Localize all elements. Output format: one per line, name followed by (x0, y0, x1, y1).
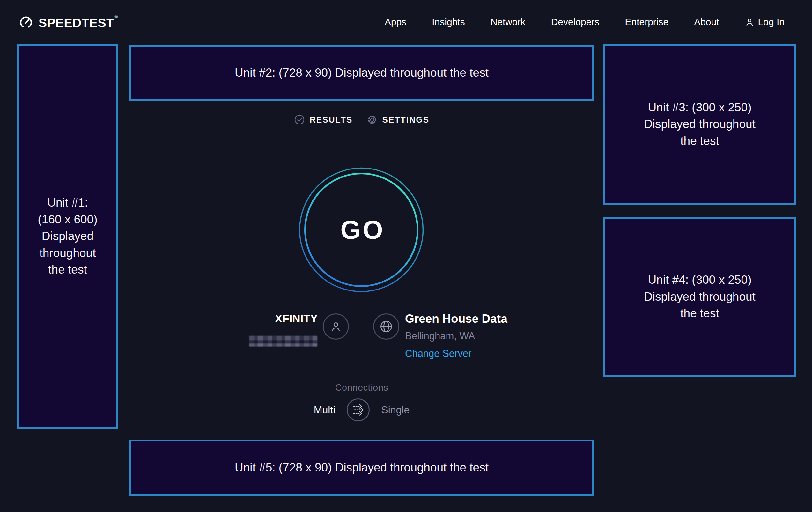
gear-icon (367, 114, 378, 125)
ad-unit-4-rectangle[interactable]: Unit #4: (300 x 250) Displayed throughou… (603, 217, 796, 377)
tab-settings-label: SETTINGS (382, 115, 430, 125)
multi-connection-arrows-icon[interactable] (346, 398, 370, 422)
login-button[interactable]: Log In (745, 17, 785, 27)
results-settings-tabs: RESULTS SETTINGS (129, 114, 594, 125)
nav-item-enterprise[interactable]: Enterprise (625, 17, 668, 27)
speedometer-gauge-icon (19, 15, 33, 30)
server-globe-icon (373, 314, 399, 340)
ad-unit-2-leaderboard[interactable]: Unit #2: (728 x 90) Displayed throughout… (129, 45, 594, 101)
top-nav-bar: SPEEDTEST® Apps Insights Network Develop… (0, 0, 812, 44)
speedtest-page: SPEEDTEST® Apps Insights Network Develop… (0, 0, 812, 512)
connections-single-option[interactable]: Single (381, 404, 409, 416)
user-icon (745, 17, 755, 27)
nav-item-developers[interactable]: Developers (551, 17, 600, 27)
nav-item-network[interactable]: Network (491, 17, 526, 27)
ad-unit-3-rectangle[interactable]: Unit #3: (300 x 250) Displayed throughou… (603, 44, 796, 205)
server-name: Green House Data (405, 313, 508, 325)
redacted-ip-pixelation (249, 336, 317, 347)
server-info: Green House Data Bellingham, WA Change S… (405, 313, 508, 358)
check-circle-icon (294, 114, 305, 125)
registered-trademark: ® (115, 15, 118, 19)
nav-item-about[interactable]: About (694, 17, 719, 27)
server-location: Bellingham, WA (405, 331, 508, 341)
isp-name: XFINITY (223, 312, 318, 325)
connections-toggle: Multi Single (129, 398, 594, 422)
isp-user-icon (323, 314, 349, 340)
ad-unit-5-leaderboard[interactable]: Unit #5: (728 x 90) Displayed throughout… (129, 439, 594, 496)
login-label: Log In (758, 17, 785, 27)
speedtest-logo[interactable]: SPEEDTEST® (19, 15, 118, 30)
connections-multi-option[interactable]: Multi (314, 404, 336, 416)
ad-unit-1-skyscraper[interactable]: Unit #1: (160 x 600) Displayed throughou… (17, 44, 118, 429)
tab-settings[interactable]: SETTINGS (367, 114, 430, 125)
go-label: GO (299, 167, 424, 292)
connections-heading: Connections (129, 382, 594, 393)
go-button[interactable]: GO (299, 167, 424, 292)
logo-wordmark: SPEEDTEST® (38, 15, 118, 30)
tab-results-label: RESULTS (310, 115, 353, 125)
nav-item-apps[interactable]: Apps (385, 17, 406, 27)
tab-results[interactable]: RESULTS (294, 114, 353, 125)
change-server-link[interactable]: Change Server (405, 349, 508, 358)
main-nav: Apps Insights Network Developers Enterpr… (385, 17, 785, 27)
nav-item-insights[interactable]: Insights (432, 17, 465, 27)
